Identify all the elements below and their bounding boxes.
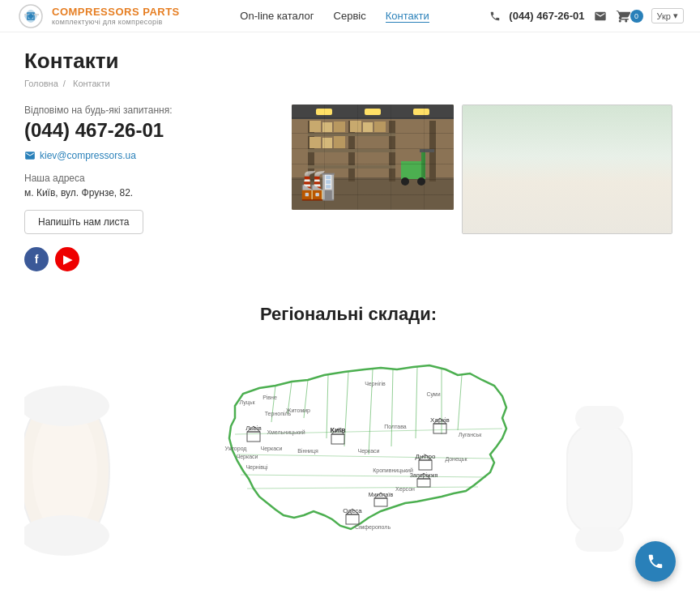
svg-line-35 [503, 105, 625, 234]
nav-contacts[interactable]: Контакти [386, 10, 429, 23]
svg-point-45 [573, 159, 579, 165]
header-right: (044) 467-26-01 0 Укр ▾ [489, 8, 684, 23]
svg-text:Чернігів: Чернігів [365, 381, 386, 387]
lang-chevron: ▾ [673, 11, 678, 21]
regional-section: Регіональні склади: [24, 304, 672, 560]
svg-rect-22 [374, 122, 386, 132]
logo-subtitle: комплектуючі для компресорів [52, 18, 180, 26]
site-header: COMPRESSORS PARTS комплектуючі для компр… [0, 0, 700, 32]
breadcrumb: Головна / Контакти [24, 79, 672, 88]
lang-label: Укр [657, 11, 671, 21]
svg-text:Донецьк: Донецьк [445, 456, 467, 463]
svg-text:Черкаси: Черкаси [237, 454, 258, 460]
svg-rect-13 [348, 165, 395, 169]
svg-point-50 [24, 515, 109, 556]
cart-wrapper[interactable]: 0 [616, 9, 643, 23]
svg-line-36 [463, 146, 672, 203]
facebook-icon[interactable]: f [24, 247, 49, 271]
contact-label: Відповімо на будь-які запитання: [24, 105, 267, 116]
nav-service[interactable]: Сервіс [334, 10, 366, 22]
svg-rect-52 [575, 406, 624, 430]
email-text: kiev@compressors.ua [40, 150, 136, 161]
svg-rect-15 [322, 122, 332, 132]
svg-point-1 [28, 14, 33, 19]
svg-text:Дніпро: Дніпро [416, 453, 436, 460]
svg-rect-7 [429, 121, 436, 181]
svg-rect-29 [316, 109, 332, 115]
svg-rect-25 [420, 149, 434, 152]
svg-text:Сімферополь: Сімферополь [355, 524, 391, 531]
lang-selector[interactable]: Укр ▾ [651, 8, 684, 23]
svg-rect-3 [292, 177, 454, 210]
svg-rect-32 [463, 105, 672, 234]
svg-text:Рівне: Рівне [262, 395, 277, 400]
regional-title: Регіональні склади: [24, 304, 672, 325]
youtube-icon[interactable]: ▶ [55, 247, 79, 271]
svg-rect-8 [308, 133, 355, 136]
svg-text:Луганськ: Луганськ [459, 432, 482, 438]
svg-text:Суми: Суми [426, 391, 440, 398]
svg-point-26 [401, 177, 409, 186]
svg-rect-28 [292, 105, 454, 119]
svg-text:Одеса: Одеса [343, 507, 362, 514]
svg-text:Херсон: Херсон [395, 486, 415, 493]
warehouse-image [292, 105, 454, 210]
svg-rect-24 [421, 149, 425, 177]
svg-rect-39 [536, 178, 564, 196]
svg-rect-21 [363, 122, 373, 132]
ukraine-map-svg: Київ Харків Дніпро Запоріжжя Одеса [166, 341, 531, 552]
contacts-section: Відповімо на будь-які запитання: (044) 4… [24, 105, 672, 271]
logo-title: COMPRESSORS PARTS [52, 6, 180, 18]
svg-rect-11 [348, 133, 395, 136]
phone-icon [489, 11, 501, 22]
ukraine-map-container: Київ Харків Дніпро Запоріжжя Одеса [24, 341, 672, 560]
svg-rect-51 [567, 422, 632, 536]
breadcrumb-home[interactable]: Головна [24, 79, 58, 88]
svg-rect-31 [413, 109, 429, 115]
svg-rect-4 [308, 121, 314, 181]
svg-text:Кропивницький: Кропивницький [373, 467, 413, 474]
cart-badge: 0 [630, 10, 643, 23]
svg-text:Чернівці: Чернівці [245, 464, 268, 471]
svg-rect-6 [389, 121, 395, 181]
svg-rect-37 [519, 138, 552, 158]
contact-phone-big: (044) 467-26-01 [24, 119, 267, 142]
svg-text:Rybалка St: Rybалка St [479, 161, 508, 168]
breadcrumb-sep: / [63, 79, 68, 88]
svg-point-47 [24, 390, 109, 552]
email-icon[interactable] [593, 9, 608, 23]
cart-icon [616, 9, 630, 23]
address-label: Наша адреса [24, 173, 267, 184]
write-letter-button[interactable]: Напишіть нам листа [24, 210, 143, 234]
svg-point-44 [570, 156, 583, 169]
svg-point-48 [32, 406, 97, 536]
svg-text:Вінниця: Вінниця [297, 448, 318, 454]
contact-email-row[interactable]: kiev@compressors.ua [24, 150, 267, 161]
call-icon [647, 553, 664, 570]
logo[interactable]: COMPRESSORS PARTS комплектуючі для компр… [16, 2, 180, 31]
svg-text:Полтава: Полтава [384, 424, 407, 429]
svg-rect-2 [292, 105, 454, 210]
svg-text:Черкаси: Черкаси [358, 448, 380, 454]
svg-text:Ужгород: Ужгород [225, 446, 247, 452]
page-title: Контакти [24, 49, 672, 74]
svg-rect-5 [348, 121, 355, 181]
svg-rect-20 [350, 121, 361, 132]
contacts-left: Відповімо на будь-які запитання: (044) 4… [24, 105, 267, 271]
svg-rect-23 [401, 161, 425, 179]
svg-text:Черкаси: Черкаси [261, 446, 283, 452]
main-nav: On-line каталог Сервіс Контакти [240, 10, 429, 23]
svg-rect-14 [309, 121, 321, 132]
svg-point-27 [417, 177, 425, 186]
svg-rect-17 [309, 137, 321, 148]
svg-rect-38 [576, 150, 600, 166]
breadcrumb-current: Контакти [73, 79, 110, 88]
svg-rect-30 [365, 109, 381, 115]
svg-text:Луцьк: Луцьк [240, 399, 256, 406]
address-text: м. Київ, вул. Фрунзе, 82. [24, 187, 267, 198]
svg-text:Rybалка St: Rybалка St [479, 181, 508, 188]
nav-catalog[interactable]: On-line каталог [240, 10, 314, 22]
email-small-icon [24, 150, 36, 161]
svg-rect-19 [334, 136, 345, 148]
call-button[interactable] [635, 541, 676, 582]
